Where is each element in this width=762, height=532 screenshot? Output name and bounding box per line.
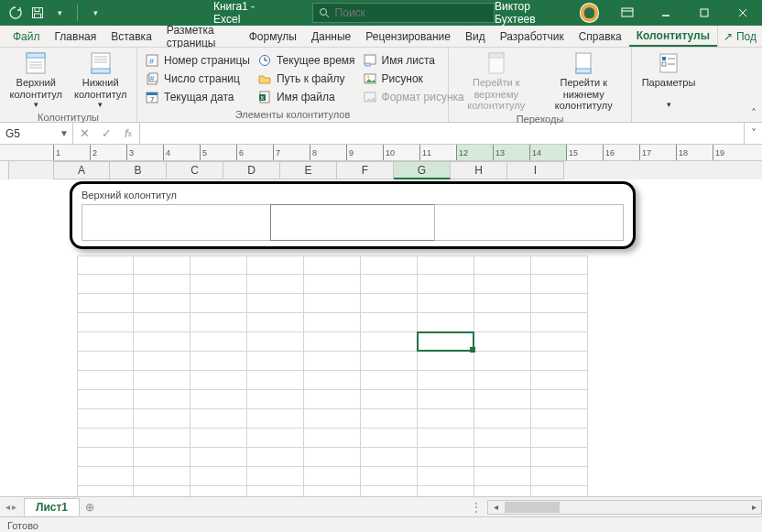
- current-time-button[interactable]: Текущее время: [254, 51, 359, 70]
- share-button[interactable]: ↗Под: [717, 26, 762, 47]
- header-left-section[interactable]: [82, 204, 271, 241]
- cell[interactable]: [361, 467, 418, 486]
- cell-grid[interactable]: [77, 255, 588, 505]
- column-header[interactable]: E: [280, 161, 337, 179]
- cell[interactable]: [190, 429, 247, 448]
- cell[interactable]: [134, 313, 190, 332]
- cell[interactable]: [531, 332, 588, 352]
- cell[interactable]: [531, 467, 588, 486]
- formula-input[interactable]: [140, 123, 744, 144]
- cell[interactable]: [190, 448, 247, 467]
- column-header[interactable]: B: [110, 161, 167, 179]
- cell[interactable]: [247, 390, 304, 409]
- maximize-button[interactable]: [685, 0, 724, 26]
- cell[interactable]: [531, 275, 588, 294]
- cell[interactable]: [77, 275, 134, 294]
- cell[interactable]: [418, 448, 474, 467]
- cell[interactable]: [474, 352, 531, 371]
- fx-button[interactable]: fx: [117, 126, 139, 140]
- cell[interactable]: [361, 448, 418, 467]
- cell[interactable]: [190, 352, 247, 371]
- column-header[interactable]: D: [223, 161, 280, 179]
- column-header[interactable]: F: [337, 161, 394, 179]
- cell[interactable]: [304, 313, 361, 332]
- header-right-section[interactable]: [434, 204, 624, 241]
- cell[interactable]: [190, 255, 247, 275]
- cell[interactable]: [190, 371, 247, 390]
- scroll-right-icon[interactable]: ▸: [746, 502, 761, 512]
- cell[interactable]: [474, 371, 531, 390]
- cell[interactable]: [361, 371, 418, 390]
- tab-developer[interactable]: Разработчик: [493, 26, 572, 47]
- horizontal-scrollbar[interactable]: ◂ ▸: [487, 500, 762, 515]
- cell[interactable]: [304, 352, 361, 371]
- cell[interactable]: [361, 429, 418, 448]
- cell[interactable]: [134, 255, 190, 275]
- cell[interactable]: [418, 429, 474, 448]
- cell[interactable]: [247, 332, 304, 352]
- cell[interactable]: [531, 313, 588, 332]
- cell[interactable]: [134, 390, 190, 409]
- current-date-button[interactable]: 7Текущая дата: [141, 88, 254, 106]
- cell[interactable]: [247, 275, 304, 294]
- cell[interactable]: [418, 390, 474, 409]
- cell[interactable]: [190, 409, 247, 429]
- cell[interactable]: [304, 332, 361, 352]
- cell[interactable]: [77, 352, 134, 371]
- cell[interactable]: [134, 409, 190, 429]
- cell[interactable]: [247, 313, 304, 332]
- undo-dropdown-icon[interactable]: ▾: [51, 5, 68, 21]
- cell[interactable]: [247, 409, 304, 429]
- expand-formula-bar-icon[interactable]: ˅: [744, 123, 762, 144]
- minimize-button[interactable]: [647, 0, 685, 26]
- save-icon[interactable]: [29, 5, 46, 21]
- cell[interactable]: [134, 294, 190, 313]
- qat-more-icon[interactable]: ▾: [87, 5, 103, 21]
- cell[interactable]: [418, 332, 474, 352]
- cell[interactable]: [474, 332, 531, 352]
- cell[interactable]: [304, 371, 361, 390]
- search-input[interactable]: [335, 6, 489, 19]
- cell[interactable]: [77, 448, 134, 467]
- cell[interactable]: [361, 294, 418, 313]
- page-number-button[interactable]: #Номер страницы: [141, 51, 254, 70]
- tab-home[interactable]: Главная: [48, 26, 104, 47]
- page-canvas[interactable]: Верхний колонтитул: [0, 179, 762, 496]
- cell[interactable]: [418, 275, 474, 294]
- cell[interactable]: [304, 294, 361, 313]
- goto-footer-button[interactable]: Перейти к нижнему колонтитулу: [540, 49, 628, 114]
- cell[interactable]: [190, 467, 247, 486]
- cell[interactable]: [77, 332, 134, 352]
- tab-view[interactable]: Вид: [458, 26, 493, 47]
- cell[interactable]: [134, 332, 190, 352]
- cell[interactable]: [531, 390, 588, 409]
- tab-header-footer[interactable]: Колонтитулы: [629, 26, 717, 47]
- cell[interactable]: [304, 255, 361, 275]
- cell[interactable]: [531, 294, 588, 313]
- cell[interactable]: [304, 390, 361, 409]
- tab-review[interactable]: Рецензирование: [358, 26, 458, 47]
- add-sheet-button[interactable]: ⊕: [80, 501, 100, 514]
- cell[interactable]: [531, 429, 588, 448]
- cell[interactable]: [77, 313, 134, 332]
- cell[interactable]: [474, 390, 531, 409]
- cell[interactable]: [474, 313, 531, 332]
- cell[interactable]: [418, 313, 474, 332]
- cell[interactable]: [77, 255, 134, 275]
- cell[interactable]: [247, 448, 304, 467]
- cell[interactable]: [531, 255, 588, 275]
- cell[interactable]: [247, 467, 304, 486]
- cell[interactable]: [474, 429, 531, 448]
- cell[interactable]: [134, 352, 190, 371]
- cell[interactable]: [361, 409, 418, 429]
- cell[interactable]: [531, 409, 588, 429]
- tab-nav[interactable]: ◂▸: [5, 502, 16, 512]
- user-account[interactable]: Виктор Бухтеев: [495, 0, 599, 26]
- cell[interactable]: [474, 294, 531, 313]
- cell[interactable]: [418, 352, 474, 371]
- cell[interactable]: [361, 313, 418, 332]
- cell[interactable]: [77, 294, 134, 313]
- cell[interactable]: [190, 332, 247, 352]
- cell[interactable]: [77, 371, 134, 390]
- column-header[interactable]: H: [451, 161, 507, 179]
